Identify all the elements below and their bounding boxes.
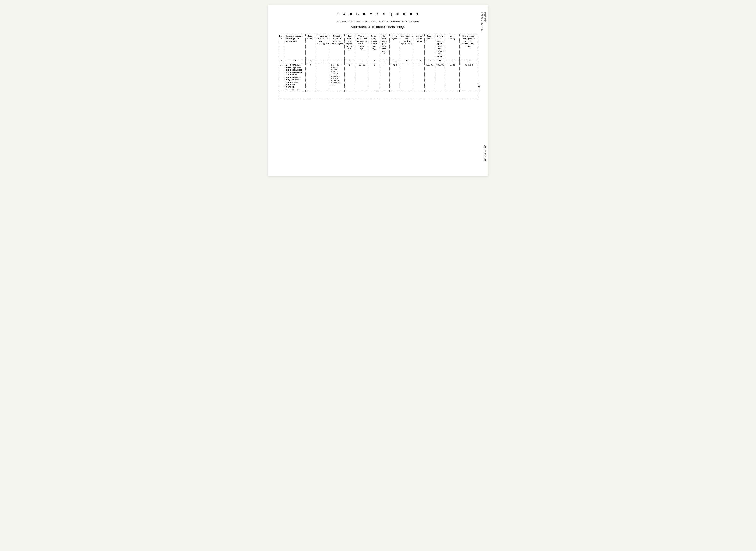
side-label-bottom: ЛТ-29492-ЛТ bbox=[483, 145, 486, 161]
cell-row1-col9: - bbox=[379, 63, 390, 92]
num-2: 2 bbox=[285, 59, 305, 63]
num-I: I bbox=[278, 59, 285, 63]
cell-row1-col16: 434,18 bbox=[460, 63, 478, 92]
header-col16: Всего смет- ная цена с за- гот. склад. р… bbox=[460, 34, 478, 59]
table-row: I. I. Стальные конструкции оцинкованные … bbox=[278, 63, 478, 92]
page: 810-819 альбом XIV ч.1 ЛТ-29492-ЛТ К А Л… bbox=[268, 5, 488, 176]
header-col11: на- цен. и рек- снаб.та орга- низ. bbox=[400, 34, 414, 59]
num-15: I5 bbox=[445, 59, 460, 63]
num-9: 9 bbox=[379, 59, 390, 63]
header-col1: Пор. № bbox=[278, 34, 285, 59]
main-table-wrapper: Пор. № Наимен. матер. конструк. и изде- … bbox=[278, 34, 478, 99]
page-date: Составлена в ценах 1969 года bbox=[278, 25, 478, 29]
num-14: I4 bbox=[435, 59, 445, 63]
cell-row1-col14: 430,95 bbox=[435, 63, 445, 92]
cell-row1-col8: 2 bbox=[369, 63, 379, 92]
num-12: I2 bbox=[414, 59, 425, 63]
cell-row1-col1: I. bbox=[278, 63, 285, 92]
page-note: - 36 - bbox=[478, 82, 481, 91]
table-header-nums: I 2 3 4 5 6 7 8 9 IO II I2 I3 I4 I5 I6 bbox=[278, 59, 478, 63]
cell-row1-col5: Пр-т 01-09-75 п.731 тех.ч. табл.I франко… bbox=[330, 63, 345, 92]
num-6: 6 bbox=[345, 59, 355, 63]
main-table: Пор. № Наимен. матер. конструк. и изде- … bbox=[278, 34, 478, 99]
num-16: I6 bbox=[460, 59, 478, 63]
cell-row1-col10: 420 bbox=[390, 63, 400, 92]
cell-row1-col4: - bbox=[316, 63, 330, 92]
cell-row1-col13: 10,95 bbox=[424, 63, 435, 92]
table-header-row: Пор. № Наимен. матер. конструк. и изде- … bbox=[278, 34, 478, 59]
side-label-top: 810-819 альбом XIV ч.1 bbox=[480, 12, 486, 33]
cell-row1-col12: - bbox=[414, 63, 425, 92]
header-col5: № прей- скур. и вид от- пуск. цены bbox=[330, 34, 345, 59]
cell-row1-col11: - bbox=[400, 63, 414, 92]
cell-row1-col7: 10,95 bbox=[355, 63, 369, 92]
page-subtitle: стоимости материалов, конструкций и изде… bbox=[278, 20, 478, 23]
cell-row1-col15: 3,23 bbox=[445, 63, 460, 92]
num-4: 4 bbox=[316, 59, 330, 63]
header-col7: Трано- порт- ные расхо- ды на 1 т груза … bbox=[355, 34, 369, 59]
header-col13: Тран. расх. bbox=[424, 34, 435, 59]
header-col8: № ка- льку- ляции трано. сбыт ход. bbox=[369, 34, 379, 59]
num-5: 5 bbox=[330, 59, 345, 63]
header-col2: Наимен. матер. конструк. и изде- лий bbox=[285, 34, 305, 59]
num-11: II bbox=[400, 59, 414, 63]
num-8: 8 bbox=[369, 59, 379, 63]
table-row-empty1 bbox=[278, 92, 478, 99]
header-col9: На- цен- ки и рас- снаб. орга- низ. в % bbox=[379, 34, 390, 59]
num-7: 7 bbox=[355, 59, 369, 63]
num-13: I3 bbox=[424, 59, 435, 63]
header-col15: гот. склад. bbox=[445, 34, 460, 59]
cell-row1-col6: I bbox=[345, 63, 355, 92]
num-3: 3 bbox=[305, 59, 316, 63]
cell-row1-col2: I. Стальные конструкции оцинкованные из … bbox=[285, 63, 305, 92]
header-col6: Вес един. из- мерен. брутто в т bbox=[345, 34, 355, 59]
header-col3: Един. измер. bbox=[305, 34, 316, 59]
num-10: IO bbox=[390, 59, 400, 63]
page-title: К А Л Ь К У Л Я Ц И Я № 1 bbox=[278, 12, 478, 17]
header-col4: Наимен. постав. и мес- то от- грузки bbox=[316, 34, 330, 59]
header-col14: Итог. За- смет. фран. рас- при- ходы об.… bbox=[435, 34, 445, 59]
header-col12: стоим. тары визи- bbox=[414, 34, 425, 59]
cell-row1-col3: т bbox=[305, 63, 316, 92]
header-col10: отп. цена bbox=[390, 34, 400, 59]
